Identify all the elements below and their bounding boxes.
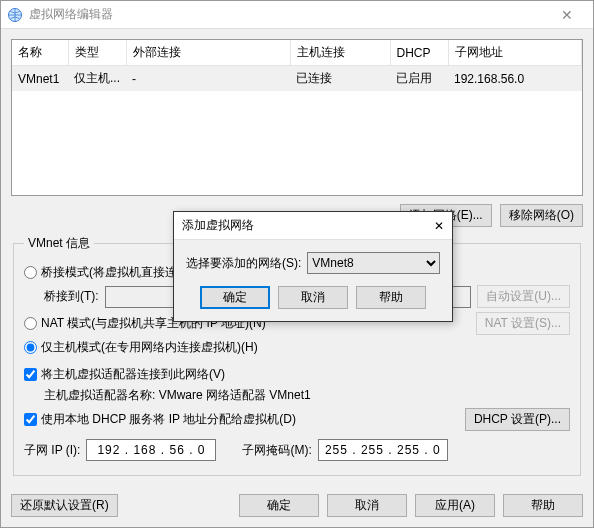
adapter-name-label: 主机虚拟适配器名称: VMware 网络适配器 VMnet1	[44, 387, 311, 404]
cell-dhcp: 已启用	[390, 66, 448, 92]
nat-mode-radio[interactable]	[24, 317, 37, 330]
dialog-select-label: 选择要添加的网络(S):	[186, 255, 301, 272]
bridge-mode-radio[interactable]	[24, 266, 37, 279]
bottom-bar: 还原默认设置(R) 确定 取消 应用(A) 帮助	[1, 486, 593, 527]
virtual-network-editor-window: 虚拟网络编辑器 ✕ 名称 类型 外部连接 主机连接 DHCP 子网地址	[0, 0, 594, 528]
app-icon	[7, 7, 23, 23]
cancel-button[interactable]: 取消	[327, 494, 407, 517]
cell-name: VMnet1	[12, 66, 68, 92]
table-row[interactable]: VMnet1 仅主机... - 已连接 已启用 192.168.56.0	[12, 66, 582, 92]
use-dhcp-checkbox[interactable]	[24, 413, 37, 426]
close-icon: ✕	[561, 7, 573, 23]
col-type[interactable]: 类型	[68, 40, 126, 66]
window-title: 虚拟网络编辑器	[29, 6, 547, 23]
network-table[interactable]: 名称 类型 外部连接 主机连接 DHCP 子网地址 VMnet1 仅主机... …	[11, 39, 583, 196]
bridge-to-label: 桥接到(T):	[44, 288, 99, 305]
connect-host-checkbox[interactable]	[24, 368, 37, 381]
col-subnet[interactable]: 子网地址	[448, 40, 582, 66]
cell-external: -	[126, 66, 290, 92]
help-button[interactable]: 帮助	[503, 494, 583, 517]
col-external[interactable]: 外部连接	[126, 40, 290, 66]
window-close-button[interactable]: ✕	[547, 1, 587, 28]
dialog-close-button[interactable]: ✕	[434, 219, 444, 233]
dialog-titlebar: 添加虚拟网络 ✕	[174, 212, 452, 240]
subnet-mask-field[interactable]	[318, 439, 448, 461]
hostonly-mode-radio-label[interactable]: 仅主机模式(在专用网络内连接虚拟机)(H)	[24, 339, 258, 356]
dialog-body: 选择要添加的网络(S): VMnet8 确定 取消 帮助	[174, 240, 452, 321]
cell-subnet: 192.168.56.0	[448, 66, 582, 92]
dialog-ok-button[interactable]: 确定	[200, 286, 270, 309]
connect-host-checkbox-label[interactable]: 将主机虚拟适配器连接到此网络(V)	[24, 366, 225, 383]
apply-button[interactable]: 应用(A)	[415, 494, 495, 517]
cell-host: 已连接	[290, 66, 390, 92]
dhcp-settings-button[interactable]: DHCP 设置(P)...	[465, 408, 570, 431]
use-dhcp-checkbox-label[interactable]: 使用本地 DHCP 服务将 IP 地址分配给虚拟机(D)	[24, 411, 296, 428]
col-name[interactable]: 名称	[12, 40, 68, 66]
cell-type: 仅主机...	[68, 66, 126, 92]
close-icon: ✕	[434, 219, 444, 233]
remove-network-button[interactable]: 移除网络(O)	[500, 204, 583, 227]
titlebar: 虚拟网络编辑器 ✕	[1, 1, 593, 29]
restore-defaults-button[interactable]: 还原默认设置(R)	[11, 494, 118, 517]
connect-host-text: 将主机虚拟适配器连接到此网络(V)	[41, 366, 225, 383]
vmnet-info-legend: VMnet 信息	[24, 235, 94, 252]
subnet-ip-label: 子网 IP (I):	[24, 442, 80, 459]
add-network-dialog: 添加虚拟网络 ✕ 选择要添加的网络(S): VMnet8 确定 取消 帮助	[173, 211, 453, 322]
col-dhcp[interactable]: DHCP	[390, 40, 448, 66]
dialog-network-select[interactable]: VMnet8	[307, 252, 440, 274]
hostonly-mode-text: 仅主机模式(在专用网络内连接虚拟机)(H)	[41, 339, 258, 356]
auto-settings-button: 自动设置(U)...	[477, 285, 570, 308]
hostonly-mode-radio[interactable]	[24, 341, 37, 354]
dialog-help-button[interactable]: 帮助	[356, 286, 426, 309]
ok-button[interactable]: 确定	[239, 494, 319, 517]
nat-settings-button: NAT 设置(S)...	[476, 312, 570, 335]
dialog-cancel-button[interactable]: 取消	[278, 286, 348, 309]
col-host[interactable]: 主机连接	[290, 40, 390, 66]
dialog-title: 添加虚拟网络	[182, 217, 434, 234]
subnet-ip-field[interactable]	[86, 439, 216, 461]
use-dhcp-text: 使用本地 DHCP 服务将 IP 地址分配给虚拟机(D)	[41, 411, 296, 428]
table-header-row: 名称 类型 外部连接 主机连接 DHCP 子网地址	[12, 40, 582, 66]
subnet-mask-label: 子网掩码(M):	[242, 442, 311, 459]
